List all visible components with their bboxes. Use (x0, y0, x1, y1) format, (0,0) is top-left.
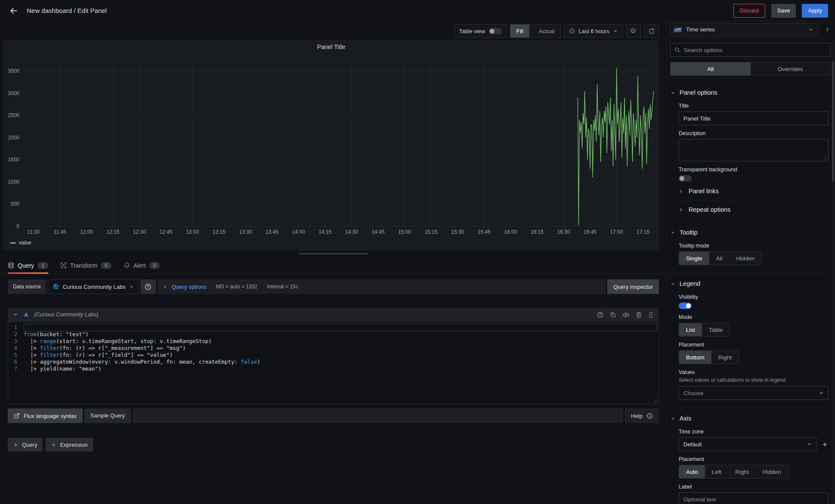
axis-placement-label: Placement (679, 456, 704, 462)
legend-values-label: Values (679, 369, 695, 375)
legend-title: Legend (680, 280, 700, 287)
code-line[interactable]: 5 |> filter(fn: (r) => r["_field"] == "v… (8, 352, 658, 359)
sidebar-scrollbar-thumb[interactable] (832, 61, 834, 182)
query-ref-id[interactable]: A (24, 312, 28, 318)
editor-resize-handle[interactable] (653, 398, 658, 403)
datasource-label: Data source (8, 279, 46, 294)
legend-placement-right[interactable]: Right (711, 351, 739, 364)
axis-label-input[interactable]: Optional text (679, 492, 829, 504)
tooltip-mode-all[interactable]: All (709, 252, 729, 265)
timezone-select[interactable]: Default (679, 437, 816, 451)
svg-text:13:30: 13:30 (239, 229, 252, 235)
tooltip-header[interactable]: Tooltip (670, 225, 828, 238)
apply-button[interactable]: Apply (802, 4, 828, 18)
query-inspector-button[interactable]: Query inspector (607, 279, 659, 294)
editor-tabs: Query 1 Transform 0 Alert 0 (0, 257, 666, 274)
time-series-chart[interactable]: 11:3011:4512:0012:1512:3012:4513:0013:15… (4, 53, 658, 238)
flux-code-editor[interactable]: 12from(bucket: "test")3 |> range(start: … (8, 322, 659, 404)
panel-title-input[interactable]: Panel Title (679, 111, 829, 125)
tooltip-mode-hidden[interactable]: Hidden (729, 252, 762, 265)
axis-placement-right[interactable]: Right (728, 465, 756, 478)
axis-placement-auto[interactable]: Auto (679, 465, 705, 478)
search-options-input[interactable]: Search options (670, 43, 831, 57)
panel-links-row[interactable]: Panel links (679, 182, 828, 200)
fill-button[interactable]: Fill (510, 25, 530, 37)
textarea-resize-handle[interactable] (823, 155, 827, 160)
tab-alert[interactable]: Alert 0 (124, 257, 160, 274)
tab-alert-label: Alert (133, 262, 146, 269)
refresh-button[interactable] (644, 24, 659, 38)
code-line[interactable]: 4 |> filter(fn: (r) => r["_measurement"]… (8, 345, 658, 352)
code-line[interactable]: 6 |> aggregateWindow(every: v.windowPeri… (8, 359, 658, 365)
visualization-picker[interactable]: Time series (669, 23, 818, 36)
save-button[interactable]: Save (771, 4, 796, 18)
code-line[interactable]: 3 |> range(start: v.timeRangeStart, stop… (8, 338, 658, 345)
svg-text:15:45: 15:45 (478, 229, 490, 235)
tab-all[interactable]: All (670, 62, 751, 75)
code-line[interactable]: 7 |> yield(name: "mean") (8, 365, 658, 372)
legend-placement-bottom[interactable]: Bottom (679, 351, 711, 364)
flux-syntax-button[interactable]: Flux language syntax (8, 408, 83, 423)
tooltip-mode-single[interactable]: Single (679, 252, 709, 265)
back-arrow-icon[interactable] (7, 4, 21, 18)
tab-transform[interactable]: Transform 0 (60, 257, 112, 274)
add-query-row: Query Expression (8, 438, 659, 451)
tab-query[interactable]: Query 1 (8, 257, 48, 274)
code-line[interactable]: 1 (8, 324, 658, 331)
collapse-query-chevron-icon[interactable] (13, 312, 18, 317)
tab-overrides[interactable]: Overrides (751, 62, 831, 75)
chevron-down-icon (670, 281, 675, 286)
legend-mode-table[interactable]: Table (702, 323, 729, 336)
legend-values-select[interactable]: Choose (679, 386, 829, 400)
query-options-link[interactable]: Query options (172, 284, 207, 290)
hide-query-eye-icon[interactable] (622, 311, 630, 318)
datasource-help-button[interactable] (140, 279, 156, 294)
panel-resize-row (0, 250, 666, 257)
description-textarea[interactable] (679, 139, 829, 161)
svg-text:13:00: 13:00 (186, 229, 199, 235)
panel-options-header[interactable]: Panel options (670, 85, 828, 98)
panel-options-title: Panel options (680, 89, 717, 96)
axis-placement-hidden[interactable]: Hidden (756, 465, 788, 478)
chevron-down-icon (129, 284, 134, 289)
drag-handle-icon[interactable] (648, 312, 654, 318)
axis-header[interactable]: Axis (670, 411, 828, 424)
discard-button[interactable]: Discard (733, 4, 765, 18)
svg-text:11:30: 11:30 (27, 229, 40, 235)
series-legend-label[interactable]: value (19, 240, 31, 246)
legend-visibility-toggle[interactable] (679, 303, 692, 309)
axis-placement-left[interactable]: Left (705, 465, 729, 478)
code-text: |> filter(fn: (r) => r["_field"] == "val… (24, 352, 657, 359)
duplicate-query-icon[interactable] (610, 312, 616, 318)
svg-text:3500: 3500 (8, 68, 19, 74)
transparent-bg-toggle[interactable] (679, 175, 692, 182)
delete-query-trash-icon[interactable] (636, 312, 642, 318)
chevron-down-icon (670, 90, 675, 95)
panel-title[interactable]: Panel Title (4, 41, 658, 53)
panel-resize-handle[interactable] (299, 253, 368, 254)
datasource-picker[interactable]: Curious Community Labs (48, 279, 139, 294)
alert-count-badge: 0 (149, 262, 160, 269)
svg-text:13:15: 13:15 (212, 229, 225, 235)
repeat-options-row[interactable]: Repeat options (679, 200, 828, 214)
zoom-out-button[interactable] (626, 24, 641, 38)
legend-mode-list[interactable]: List (679, 323, 702, 336)
code-line[interactable]: 2from(bucket: "test") (8, 331, 658, 338)
sidebar-scrollbar[interactable] (832, 40, 835, 504)
code-text: from(bucket: "test") (24, 331, 657, 338)
help-button[interactable]: Help (625, 408, 659, 423)
add-query-button[interactable]: Query (8, 438, 42, 451)
add-timezone-button[interactable] (822, 441, 828, 448)
add-expression-button[interactable]: Expression (46, 438, 93, 451)
svg-text:3000: 3000 (8, 90, 19, 96)
legend-header[interactable]: Legend (670, 276, 828, 289)
svg-text:16:30: 16:30 (557, 229, 570, 235)
actual-button[interactable]: Actual (533, 25, 560, 37)
table-view-toggle[interactable] (489, 28, 502, 34)
query-help-icon[interactable] (597, 311, 604, 318)
sample-query-button[interactable]: Sample Query (84, 408, 131, 423)
time-range-picker[interactable]: Last 6 hours (564, 24, 623, 38)
collapse-sidebar-button[interactable] (819, 23, 835, 36)
bell-icon (124, 262, 130, 269)
svg-text:13:45: 13:45 (266, 229, 279, 235)
